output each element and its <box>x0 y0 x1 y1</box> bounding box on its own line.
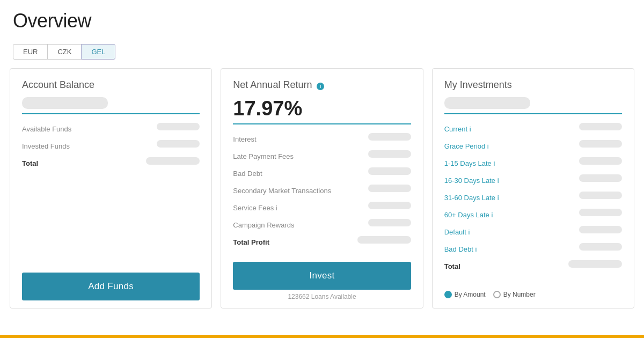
interest-label: Interest <box>233 135 256 143</box>
investments-bad-debt-info-icon[interactable]: i <box>475 245 477 253</box>
grace-period-value <box>579 140 622 148</box>
cards-container: Account Balance Available Funds Invested… <box>0 68 644 308</box>
secondary-market-label: Secondary Market Transactions <box>233 187 331 195</box>
days-late-1-15-label[interactable]: 1-15 Days Late i <box>444 159 495 167</box>
days-late-31-60-value <box>579 192 622 199</box>
interest-value <box>368 133 411 141</box>
days-late-16-30-row: 16-30 Days Late i <box>444 174 622 186</box>
invest-button[interactable]: Invest <box>233 262 411 290</box>
investments-bad-debt-value <box>579 243 622 251</box>
days-late-16-30-info-icon[interactable]: i <box>497 177 499 185</box>
invested-funds-value <box>157 140 200 148</box>
bad-debt-value <box>368 167 411 175</box>
total-profit-value <box>357 236 411 244</box>
current-info-icon[interactable]: i <box>470 125 471 133</box>
loans-available: 123662 Loans Available <box>233 293 411 308</box>
bottom-accent-bar <box>0 335 644 338</box>
investments-total-label: Total <box>444 262 460 270</box>
total-value <box>146 157 200 165</box>
my-investments-title: My Investments <box>444 79 622 91</box>
invested-funds-row: Invested Funds <box>22 140 200 152</box>
bad-debt-row: Bad Debt <box>233 167 411 179</box>
bad-debt-label: Bad Debt <box>233 170 262 178</box>
days-late-31-60-info-icon[interactable]: i <box>497 194 499 202</box>
default-row: Default i <box>444 226 622 238</box>
by-amount-label: By Amount <box>455 291 486 298</box>
grace-period-row: Grace Period i <box>444 140 622 152</box>
days-late-1-15-value <box>579 157 622 165</box>
by-number-option[interactable]: By Number <box>493 291 536 298</box>
account-balance-divider <box>22 113 200 114</box>
default-info-icon[interactable]: i <box>468 228 470 236</box>
days-late-60plus-row: 60+ Days Late i <box>444 209 622 221</box>
my-investments-divider <box>444 113 622 114</box>
campaign-rewards-value <box>368 219 411 226</box>
currency-tab-eur[interactable]: EUR <box>13 44 48 60</box>
late-payment-row: Late Payment Fees <box>233 150 411 162</box>
days-late-60plus-label[interactable]: 60+ Days Late i <box>444 211 493 219</box>
days-late-16-30-label[interactable]: 16-30 Days Late i <box>444 177 499 185</box>
total-label: Total <box>22 159 38 167</box>
days-late-60plus-value <box>579 209 622 216</box>
net-return-divider <box>233 123 411 124</box>
net-return-title: Net Annual Return i <box>233 79 411 91</box>
by-amount-radio[interactable] <box>444 291 452 298</box>
account-balance-card: Account Balance Available Funds Invested… <box>10 68 212 308</box>
account-balance-title: Account Balance <box>22 79 200 91</box>
investments-bad-debt-label[interactable]: Bad Debt i <box>444 245 477 253</box>
available-funds-value <box>157 123 200 130</box>
total-profit-label: Total Profit <box>233 238 269 246</box>
current-label[interactable]: Current i <box>444 125 471 133</box>
current-row: Current i <box>444 123 622 135</box>
days-late-1-15-row: 1-15 Days Late i <box>444 157 622 169</box>
currency-tab-gel[interactable]: GEL <box>81 44 115 60</box>
account-balance-value <box>22 97 108 109</box>
investments-footer: By Amount By Number <box>444 278 622 308</box>
interest-row: Interest <box>233 133 411 145</box>
page-title: Overview <box>13 10 631 32</box>
page-header: Overview <box>0 0 644 38</box>
days-late-31-60-label[interactable]: 31-60 Days Late i <box>444 194 499 202</box>
service-fees-label: Service Fees i <box>233 204 277 212</box>
my-investments-card: My Investments Current i Grace Period i … <box>432 68 634 308</box>
available-funds-row: Available Funds <box>22 123 200 135</box>
invested-funds-label: Invested Funds <box>22 142 70 150</box>
available-funds-label: Available Funds <box>22 125 71 133</box>
by-number-label: By Number <box>503 291 536 298</box>
secondary-market-row: Secondary Market Transactions <box>233 185 411 196</box>
currency-tabs: EUR CZK GEL <box>0 38 644 68</box>
days-late-31-60-row: 31-60 Days Late i <box>444 192 622 203</box>
my-investments-value <box>444 97 530 109</box>
late-payment-value <box>368 150 411 158</box>
add-funds-button[interactable]: Add Funds <box>22 273 200 300</box>
total-profit-row: Total Profit <box>233 236 411 248</box>
by-amount-option[interactable]: By Amount <box>444 291 486 298</box>
service-fees-row: Service Fees i <box>233 202 411 214</box>
by-number-radio[interactable] <box>493 291 501 298</box>
currency-tab-czk[interactable]: CZK <box>47 44 82 60</box>
account-balance-footer: Add Funds <box>22 264 200 308</box>
investments-bad-debt-row: Bad Debt i <box>444 243 622 255</box>
campaign-rewards-label: Campaign Rewards <box>233 221 294 229</box>
late-payment-label: Late Payment Fees <box>233 152 294 160</box>
total-row: Total <box>22 157 200 169</box>
campaign-rewards-row: Campaign Rewards <box>233 219 411 231</box>
investments-total-row: Total <box>444 260 622 272</box>
net-return-percentage: 17.97% <box>233 97 411 120</box>
net-return-info-icon[interactable]: i <box>317 83 324 90</box>
days-late-60plus-info-icon[interactable]: i <box>491 211 493 219</box>
view-toggle: By Amount By Number <box>444 291 622 308</box>
service-fees-info-icon[interactable]: i <box>276 204 277 212</box>
days-late-1-15-info-icon[interactable]: i <box>493 159 495 167</box>
grace-period-info-icon[interactable]: i <box>487 142 489 150</box>
grace-period-label[interactable]: Grace Period i <box>444 142 489 150</box>
default-value <box>579 226 622 233</box>
investments-total-value <box>568 260 622 268</box>
service-fees-value <box>368 202 411 209</box>
default-label[interactable]: Default i <box>444 228 470 236</box>
secondary-market-value <box>368 185 411 192</box>
net-annual-return-card: Net Annual Return i 17.97% Interest Late… <box>221 68 423 308</box>
days-late-16-30-value <box>579 174 622 182</box>
net-return-footer: Invest 123662 Loans Available <box>233 253 411 308</box>
current-value <box>579 123 622 130</box>
